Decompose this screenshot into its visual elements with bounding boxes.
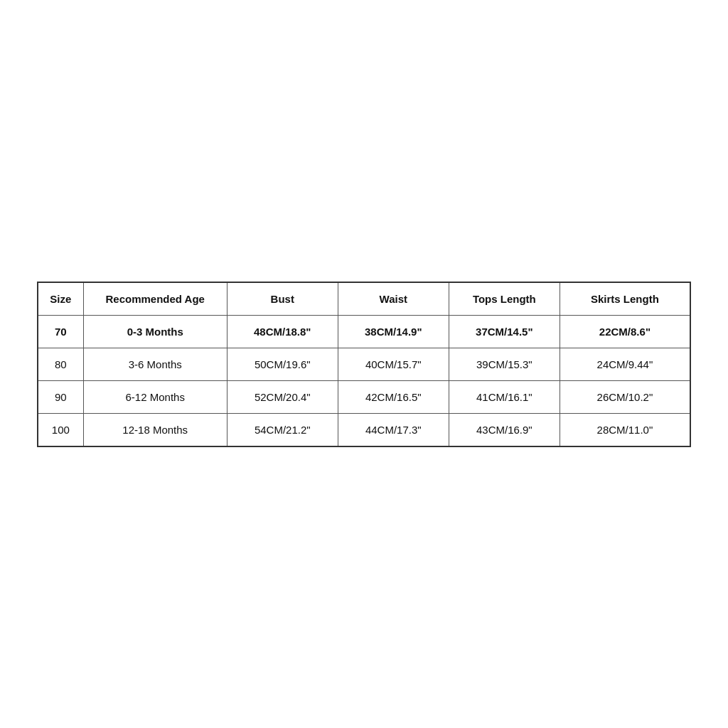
table-cell: 54CM/21.2" bbox=[227, 413, 338, 446]
size-chart-table: Size Recommended Age Bust Waist Tops Len… bbox=[37, 282, 691, 447]
table-cell: 40CM/15.7" bbox=[338, 348, 449, 380]
table-cell: 39CM/15.3" bbox=[449, 348, 560, 380]
table-cell: 100 bbox=[38, 413, 83, 446]
header-age: Recommended Age bbox=[83, 282, 227, 316]
header-tops-length: Tops Length bbox=[449, 282, 560, 316]
table-cell: 0-3 Months bbox=[83, 315, 227, 348]
table-cell: 50CM/19.6" bbox=[227, 348, 338, 380]
table-cell: 26CM/10.2" bbox=[560, 380, 690, 413]
table-cell: 38CM/14.9" bbox=[338, 315, 449, 348]
table-cell: 41CM/16.1" bbox=[449, 380, 560, 413]
header-bust: Bust bbox=[227, 282, 338, 316]
table-header-row: Size Recommended Age Bust Waist Tops Len… bbox=[38, 282, 690, 316]
table-cell: 12-18 Months bbox=[83, 413, 227, 446]
table-row: 700-3 Months48CM/18.8"38CM/14.9"37CM/14.… bbox=[38, 315, 690, 348]
table-cell: 24CM/9.44" bbox=[560, 348, 690, 380]
table-cell: 80 bbox=[38, 348, 83, 380]
header-waist: Waist bbox=[338, 282, 449, 316]
table-row: 803-6 Months50CM/19.6"40CM/15.7"39CM/15.… bbox=[38, 348, 690, 380]
table-cell: 43CM/16.9" bbox=[449, 413, 560, 446]
header-skirts-length: Skirts Length bbox=[560, 282, 690, 316]
header-size: Size bbox=[38, 282, 83, 316]
table-row: 10012-18 Months54CM/21.2"44CM/17.3"43CM/… bbox=[38, 413, 690, 446]
table-cell: 37CM/14.5" bbox=[449, 315, 560, 348]
table-cell: 6-12 Months bbox=[83, 380, 227, 413]
size-chart-container: Size Recommended Age Bust Waist Tops Len… bbox=[37, 282, 691, 447]
table-cell: 3-6 Months bbox=[83, 348, 227, 380]
table-cell: 42CM/16.5" bbox=[338, 380, 449, 413]
table-cell: 52CM/20.4" bbox=[227, 380, 338, 413]
table-cell: 48CM/18.8" bbox=[227, 315, 338, 348]
table-cell: 90 bbox=[38, 380, 83, 413]
table-cell: 44CM/17.3" bbox=[338, 413, 449, 446]
table-cell: 70 bbox=[38, 315, 83, 348]
table-cell: 22CM/8.6" bbox=[560, 315, 690, 348]
table-cell: 28CM/11.0" bbox=[560, 413, 690, 446]
table-row: 906-12 Months52CM/20.4"42CM/16.5"41CM/16… bbox=[38, 380, 690, 413]
